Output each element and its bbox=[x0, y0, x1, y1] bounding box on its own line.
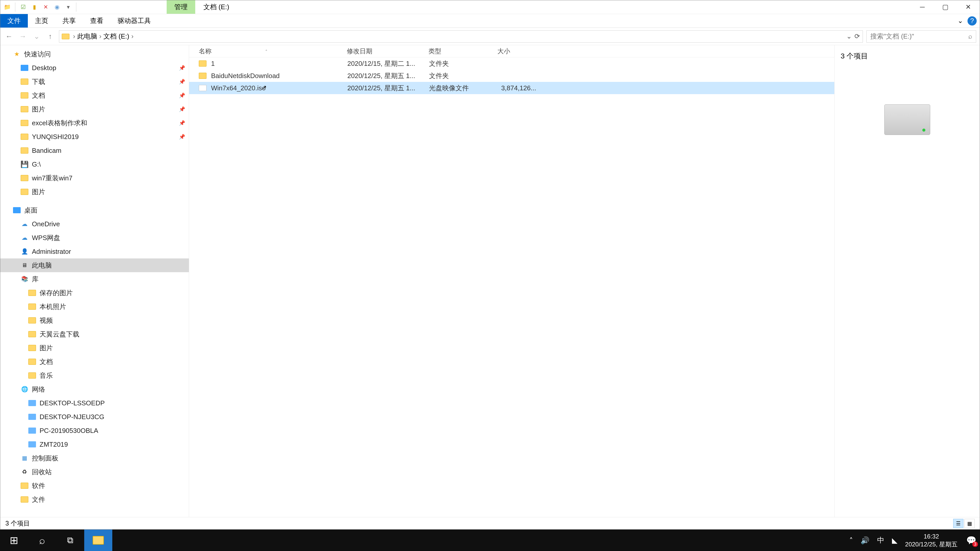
qat-folder-icon[interactable]: ▮ bbox=[30, 2, 39, 12]
nav-pictures3[interactable]: 图片 bbox=[0, 341, 189, 355]
nav-netpc1[interactable]: DESKTOP-LSSOEDP bbox=[0, 396, 189, 410]
taskbar-explorer-button[interactable] bbox=[84, 530, 112, 551]
start-button[interactable] bbox=[0, 530, 28, 551]
forward-button[interactable]: → bbox=[18, 32, 28, 41]
nav-files[interactable]: 文件 bbox=[0, 492, 189, 507]
nav-g-drive[interactable]: 💾G:\ bbox=[0, 157, 189, 171]
folder-icon bbox=[28, 359, 36, 365]
column-header-name[interactable]: 名称˄ bbox=[199, 47, 347, 56]
qat-checkbox-icon[interactable]: ☑ bbox=[18, 2, 28, 12]
refresh-icon[interactable]: ⟳ bbox=[854, 32, 860, 40]
taskbar-search-button[interactable] bbox=[28, 530, 56, 551]
nav-documents2[interactable]: 文档 bbox=[0, 355, 189, 368]
file-row[interactable]: 1 2020/12/15, 星期二 1... 文件夹 bbox=[189, 57, 834, 70]
nav-videos[interactable]: 视频 bbox=[0, 313, 189, 327]
nav-network[interactable]: 网络 bbox=[0, 383, 189, 396]
recycle-icon bbox=[21, 469, 28, 475]
close-button[interactable]: ✕ bbox=[957, 0, 980, 14]
qat-delete-icon[interactable]: ✕ bbox=[41, 2, 51, 12]
help-icon[interactable]: ? bbox=[967, 16, 977, 25]
nav-win7[interactable]: win7重装win7 bbox=[0, 171, 189, 185]
body: 快速访问 Desktop📌 下载📌 文档📌 图片📌 excel表格制作求和📌 Y… bbox=[0, 45, 980, 517]
nav-music[interactable]: 音乐 bbox=[0, 368, 189, 383]
tray-app-icon[interactable]: ◣ bbox=[892, 536, 897, 545]
sort-ascending-icon: ˄ bbox=[265, 49, 267, 54]
tray-overflow-icon[interactable]: ˄ bbox=[850, 536, 853, 545]
nav-tianyi[interactable]: 天翼云盘下载 bbox=[0, 327, 189, 341]
nav-software[interactable]: 软件 bbox=[0, 479, 189, 492]
nav-excel[interactable]: excel表格制作求和📌 bbox=[0, 116, 189, 130]
search-input[interactable] bbox=[870, 32, 968, 40]
nav-netpc4[interactable]: ZMT2019 bbox=[0, 437, 189, 451]
ribbon-tab-home[interactable]: 主页 bbox=[28, 14, 56, 27]
ribbon-tab-file[interactable]: 文件 bbox=[0, 14, 28, 27]
chevron-right-icon[interactable]: › bbox=[72, 32, 76, 40]
preview-item-count: 3 个项目 bbox=[841, 51, 974, 61]
search-icon[interactable]: ⌕ bbox=[968, 32, 972, 40]
recent-dropdown-icon[interactable]: ⌄ bbox=[32, 32, 41, 41]
nav-thispc[interactable]: 此电脑 bbox=[0, 259, 189, 272]
nav-downloads[interactable]: 下载📌 bbox=[0, 75, 189, 89]
nav-wps[interactable]: WPS网盘 bbox=[0, 231, 189, 245]
app-icon[interactable]: 📁 bbox=[2, 2, 12, 12]
nav-documents[interactable]: 文档📌 bbox=[0, 89, 189, 102]
volume-icon[interactable]: 🔊 bbox=[861, 536, 870, 545]
ribbon-tab-drive-tools[interactable]: 驱动器工具 bbox=[110, 14, 158, 27]
file-type: 文件夹 bbox=[429, 71, 498, 80]
chevron-right-icon[interactable]: › bbox=[98, 32, 103, 40]
breadcrumb-thispc[interactable]: 此电脑 bbox=[77, 32, 97, 41]
history-dropdown-icon[interactable]: ⌄ bbox=[846, 32, 852, 40]
column-header-date[interactable]: 修改日期 bbox=[347, 47, 428, 56]
nav-desktop[interactable]: Desktop📌 bbox=[0, 61, 189, 75]
ime-indicator[interactable]: 中 bbox=[877, 535, 884, 545]
ribbon-tab-share[interactable]: 共享 bbox=[56, 14, 83, 27]
qat-properties-icon[interactable]: ◉ bbox=[52, 2, 62, 12]
nav-camera-roll[interactable]: 本机照片 bbox=[0, 300, 189, 313]
file-row[interactable]: BaiduNetdiskDownload 2020/12/25, 星期五 1..… bbox=[189, 70, 834, 82]
nav-onedrive[interactable]: OneDrive bbox=[0, 217, 189, 231]
folder-icon bbox=[199, 60, 207, 67]
file-row[interactable]: Win7x64_2020.iso 2020/12/25, 星期五 1... 光盘… bbox=[189, 82, 834, 94]
window-title: 文档 (E:) bbox=[195, 3, 237, 11]
back-button[interactable]: ← bbox=[4, 32, 14, 41]
file-list[interactable]: 1 2020/12/15, 星期二 1... 文件夹 BaiduNetdiskD… bbox=[189, 57, 834, 517]
file-date: 2020/12/25, 星期五 1... bbox=[347, 71, 429, 80]
maximize-button[interactable]: ▢ bbox=[934, 0, 957, 14]
notification-center-icon[interactable]: 💬3 bbox=[965, 534, 977, 546]
nav-netpc2[interactable]: DESKTOP-NJEU3CG bbox=[0, 410, 189, 424]
nav-pictures2[interactable]: 图片 bbox=[0, 185, 189, 199]
nav-yunqishi[interactable]: YUNQISHI2019📌 bbox=[0, 130, 189, 144]
nav-quick-access[interactable]: 快速访问 bbox=[0, 47, 189, 61]
folder-icon bbox=[28, 290, 36, 296]
file-name: 1 bbox=[211, 60, 347, 68]
column-header-size[interactable]: 大小 bbox=[497, 47, 541, 56]
pin-icon: 📌 bbox=[179, 79, 185, 85]
nav-netpc3[interactable]: PC-20190530OBLA bbox=[0, 424, 189, 437]
nav-recycle-bin[interactable]: 回收站 bbox=[0, 465, 189, 479]
breadcrumb-drive[interactable]: 文档 (E:) bbox=[103, 32, 129, 41]
view-details-button[interactable]: ☰ bbox=[953, 519, 963, 528]
nav-desktop-root[interactable]: 桌面 bbox=[0, 203, 189, 217]
nav-pictures[interactable]: 图片📌 bbox=[0, 102, 189, 116]
file-size: 3,874,126... bbox=[498, 84, 541, 92]
search-box[interactable]: ⌕ bbox=[866, 30, 976, 43]
nav-control-panel[interactable]: 控制面板 bbox=[0, 451, 189, 465]
ribbon-expand-icon[interactable]: ⌄ bbox=[956, 16, 965, 25]
view-thumbnails-button[interactable]: ▦ bbox=[964, 519, 975, 528]
minimize-button[interactable]: ─ bbox=[911, 0, 934, 14]
nav-saved-pictures[interactable]: 保存的图片 bbox=[0, 286, 189, 300]
nav-admin[interactable]: Administrator bbox=[0, 245, 189, 259]
up-button[interactable]: ↑ bbox=[45, 32, 56, 41]
pc-icon bbox=[28, 427, 36, 433]
nav-bandicam[interactable]: Bandicam bbox=[0, 144, 189, 157]
column-header-type[interactable]: 类型 bbox=[428, 47, 497, 56]
title-context-tabs: 管理 bbox=[167, 0, 195, 14]
ribbon-tab-view[interactable]: 查看 bbox=[83, 14, 110, 27]
nav-libraries[interactable]: 库 bbox=[0, 272, 189, 286]
breadcrumb-bar[interactable]: › 此电脑 › 文档 (E:) › ⌄ ⟳ bbox=[59, 30, 863, 43]
clock[interactable]: 16:32 2020/12/25, 星期五 bbox=[905, 532, 958, 548]
task-view-button[interactable] bbox=[56, 530, 84, 551]
context-tab-manage[interactable]: 管理 bbox=[167, 0, 195, 14]
chevron-right-icon[interactable]: › bbox=[130, 32, 135, 40]
qat-customize-icon[interactable]: ▾ bbox=[63, 2, 73, 12]
